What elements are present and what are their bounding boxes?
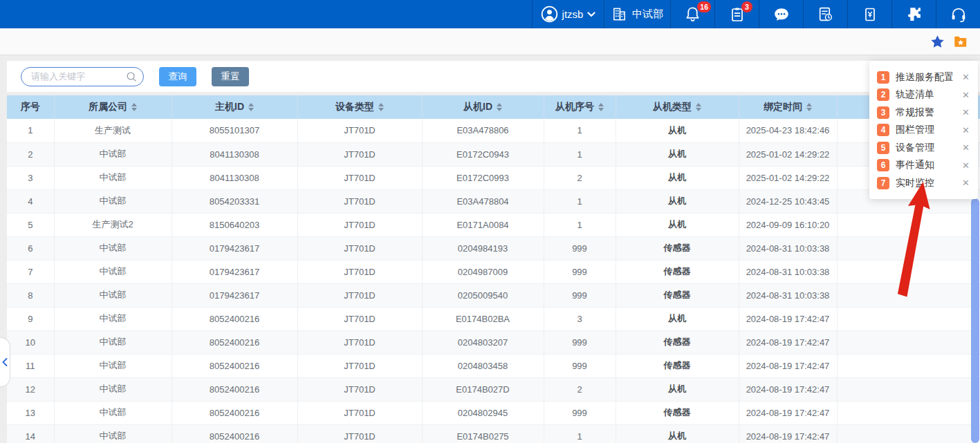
close-icon[interactable]: ✕ [962, 178, 970, 188]
quick-menu-item[interactable]: 2轨迹清单✕ [869, 86, 978, 104]
table-row[interactable]: 9中试部8052400216JT701DE0174B02BA3从机2024-08… [7, 307, 980, 330]
quick-menu-index-badge: 7 [877, 177, 889, 189]
sort-icon[interactable] [378, 103, 384, 111]
column-header[interactable]: 所属公司 [54, 95, 172, 119]
sort-icon[interactable] [598, 103, 604, 111]
column-header[interactable]: 从机类型 [616, 95, 739, 119]
column-header: 序号 [7, 95, 54, 119]
table-cell: 从机 [616, 424, 739, 443]
quick-menu-item[interactable]: 7实时监控✕ [869, 174, 978, 192]
query-button[interactable]: 查询 [159, 67, 196, 86]
table-row[interactable]: 12中试部8052400216JT701DE0174B027D2从机2024-0… [7, 377, 980, 401]
user-menu[interactable]: jtzsb [532, 0, 604, 28]
headset-icon [950, 6, 968, 23]
tasks-badge: 3 [741, 1, 752, 12]
close-icon[interactable]: ✕ [962, 160, 970, 171]
table-row[interactable]: 7中试部0179423617JT701D0204987009999传感器2024… [7, 260, 980, 283]
quick-menu-item[interactable]: 1推送服务配置✕ [869, 68, 978, 86]
sort-icon[interactable] [806, 103, 812, 111]
sort-icon[interactable] [497, 103, 502, 111]
table-cell: 2024-08-31 10:03:38 [739, 236, 837, 260]
table-cell [837, 424, 980, 443]
quick-menu-list: 1推送服务配置✕2轨迹清单✕3常规报警✕4围栏管理✕5设备管理✕6事件通知✕7实… [869, 68, 978, 192]
vertical-scrollbar-thumb[interactable] [971, 198, 979, 443]
table-cell: 生产测试 [54, 119, 172, 142]
quick-menu-item-label: 围栏管理 [896, 124, 934, 136]
favorite-star-icon[interactable] [930, 34, 945, 50]
table-cell: 2 [7, 142, 54, 166]
table-cell: 从机 [616, 119, 739, 142]
notifications-button[interactable]: 16 [670, 0, 714, 28]
receipt-yuan-icon [862, 6, 878, 23]
quick-menu-index-badge: 1 [877, 71, 889, 84]
table-cell: 中试部 [54, 283, 172, 307]
table-cell: JT701D [297, 401, 422, 424]
quick-menu-item[interactable]: 4围栏管理✕ [869, 122, 978, 140]
table-cell: 999 [544, 354, 616, 377]
close-icon[interactable]: ✕ [962, 107, 970, 117]
table-cell [837, 401, 980, 424]
table-cell: 中试部 [54, 401, 172, 424]
table-row[interactable]: 13中试部8052400216JT701D0204802945999传感器202… [7, 401, 980, 424]
schedule-report-button[interactable] [803, 0, 847, 28]
building-icon [611, 6, 627, 22]
table-cell: 999 [544, 236, 616, 260]
support-button[interactable] [936, 0, 980, 28]
table-cell: 2024-08-19 17:42:47 [739, 354, 837, 377]
column-header[interactable]: 绑定时间 [739, 95, 837, 119]
quick-menu-item-label: 轨迹清单 [896, 88, 934, 101]
table-body: 1生产测试8055101307JT701DE03A4788061从机2025-0… [7, 119, 980, 443]
quick-menu-item[interactable]: 5设备管理✕ [869, 139, 978, 157]
billing-button[interactable] [847, 0, 891, 28]
table-cell: 中试部 [54, 377, 172, 401]
table-cell: 8041130308 [172, 166, 297, 189]
reset-button[interactable]: 重置 [212, 67, 249, 86]
table-row[interactable]: 4中试部8054203331JT701DE03A4788041从机2024-12… [7, 189, 980, 213]
table-cell [837, 354, 980, 377]
org-switcher[interactable]: 中试部 [604, 0, 670, 28]
sidebar-collapse-handle[interactable] [0, 337, 10, 387]
table-row[interactable]: 10中试部8052400216JT701D0204803207999传感器202… [7, 330, 980, 354]
table-row[interactable]: 3中试部8041130308JT701DE0172C09932从机2025-01… [7, 166, 980, 189]
close-icon[interactable]: ✕ [962, 125, 970, 135]
column-header[interactable]: 主机ID [172, 95, 297, 119]
favorites-folder-icon[interactable] [953, 34, 968, 49]
close-icon[interactable]: ✕ [962, 90, 970, 100]
column-header[interactable]: 从机序号 [544, 95, 616, 119]
sort-icon[interactable] [131, 103, 137, 111]
sort-icon[interactable] [248, 103, 254, 111]
quick-menu-item-label: 实时监控 [896, 177, 934, 189]
table-row[interactable]: 6中试部0179423617JT701D0204984193999传感器2024… [7, 236, 980, 260]
table-cell: 0179423617 [172, 260, 297, 283]
table-cell [837, 307, 980, 330]
table-row[interactable]: 14中试部8052400216JT701DE0174B02751从机2024-0… [7, 424, 980, 443]
close-icon[interactable]: ✕ [962, 72, 970, 82]
puzzle-icon [905, 6, 923, 23]
column-header[interactable]: 设备类型 [297, 95, 422, 119]
table-cell: 12 [7, 377, 54, 401]
table-cell: 8052400216 [172, 354, 297, 377]
table-cell: 14 [7, 424, 54, 443]
table-cell [837, 377, 980, 401]
table-cell: JT701D [297, 166, 422, 189]
tasks-button[interactable]: 3 [714, 0, 759, 28]
table-row[interactable]: 2中试部8041130308JT701DE0172C09431从机2025-01… [7, 142, 980, 166]
quick-menu-item[interactable]: 6事件通知✕ [869, 157, 978, 175]
table-row[interactable]: 8中试部0179423617JT701D0205009540999传感器2024… [7, 283, 980, 307]
table-row[interactable]: 1生产测试8055101307JT701DE03A4788061从机2025-0… [7, 119, 980, 142]
table-cell: 7 [7, 260, 54, 283]
table-row[interactable]: 11中试部8052400216JT701D0204803458999传感器202… [7, 354, 980, 377]
table-row[interactable]: 5生产测试28150640203JT701DE0171A00841从机2024-… [7, 213, 980, 236]
sort-icon[interactable] [696, 103, 701, 111]
column-header[interactable]: 从机ID [422, 95, 544, 119]
table-cell: 生产测试2 [54, 213, 172, 236]
chevron-left-icon [2, 358, 8, 366]
close-icon[interactable]: ✕ [962, 142, 970, 153]
messages-button[interactable] [759, 0, 803, 28]
quick-menu-index-badge: 4 [877, 124, 889, 136]
table-cell: 从机 [616, 307, 739, 330]
apps-button[interactable] [891, 0, 936, 28]
quick-menu-item[interactable]: 3常规报警✕ [869, 104, 978, 122]
app-screen: jtzsb 中试部 16 3 [0, 0, 980, 443]
search-icon[interactable] [125, 70, 138, 86]
